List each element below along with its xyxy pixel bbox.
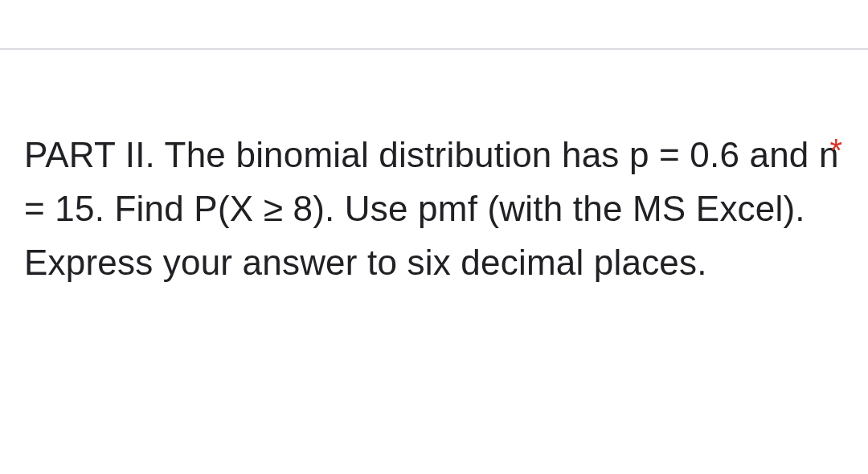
question-text: PART II. The binomial distribution has p…	[24, 129, 844, 290]
required-indicator: *	[829, 133, 842, 169]
section-divider	[0, 48, 868, 50]
question-block: PART II. The binomial distribution has p…	[24, 129, 844, 290]
